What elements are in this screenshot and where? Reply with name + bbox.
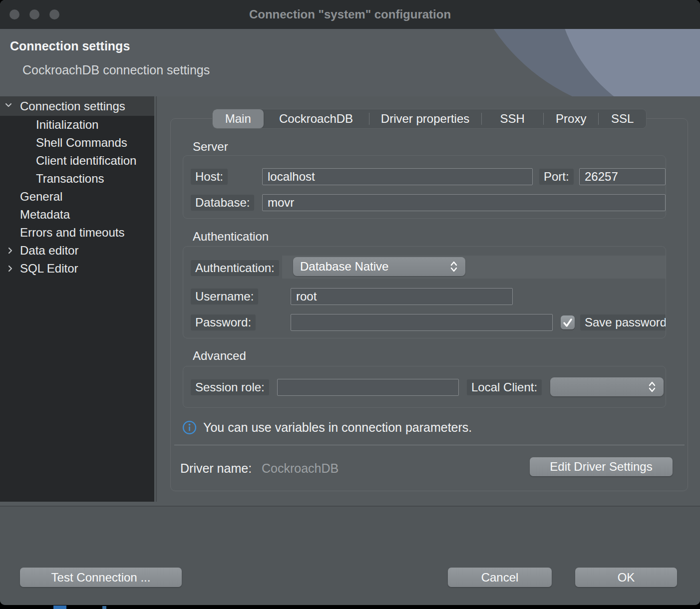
tab-label: Proxy	[556, 112, 586, 126]
connection-config-dialog: Connection "system" configuration Connec…	[0, 0, 700, 605]
tree-item-transactions[interactable]: Transactions	[0, 170, 154, 188]
server-group: Host: Port: Database:	[183, 155, 666, 219]
chevron-down-icon	[4, 101, 13, 110]
username-input[interactable]	[291, 288, 513, 305]
divider	[174, 445, 685, 445]
cancel-button[interactable]: Cancel	[448, 568, 552, 587]
connection-tabs: Main CockroachDB Driver properties SSH P…	[212, 109, 647, 129]
tree-item-connection-settings[interactable]: Connection settings	[0, 96, 154, 116]
info-row: You can use variables in connection para…	[182, 420, 472, 435]
tree-item-label: Connection settings	[0, 99, 125, 113]
main-tab-content: Server Host: Port: Database: Authenticat…	[170, 118, 688, 491]
test-connection-button[interactable]: Test Connection ...	[20, 568, 182, 587]
advanced-group: Session role: Local Client:	[183, 366, 666, 408]
updown-chevrons-icon	[648, 380, 657, 394]
host-label: Host:	[191, 169, 228, 185]
tree-item-shell-commands[interactable]: Shell Commands	[0, 134, 154, 152]
save-password-label: Save password	[580, 314, 666, 330]
main-pane: Main CockroachDB Driver properties SSH P…	[157, 96, 700, 506]
page-subtitle: CockroachDB connection settings	[22, 63, 210, 77]
tab-label: SSH	[500, 112, 525, 126]
database-input[interactable]	[262, 194, 666, 211]
edit-driver-settings-button[interactable]: Edit Driver Settings	[530, 457, 673, 476]
tree-item-initialization[interactable]: Initialization	[0, 116, 154, 134]
tree-item-label: Shell Commands	[0, 136, 127, 150]
driver-name-label: Driver name:	[180, 461, 252, 476]
tree-item-label: General	[0, 190, 62, 204]
tree-item-data-editor[interactable]: Data editor	[0, 242, 154, 260]
info-icon	[182, 420, 197, 435]
authentication-select[interactable]: Database Native	[293, 257, 465, 276]
settings-tree: Connection settings Initialization Shell…	[0, 96, 154, 502]
port-input[interactable]	[579, 168, 666, 185]
port-label: Port:	[539, 169, 574, 185]
dialog-footer: Test Connection ... Cancel OK	[0, 507, 700, 605]
sidebar-sash[interactable]	[156, 96, 157, 502]
page-title: Connection settings	[10, 39, 130, 53]
session-role-input[interactable]	[277, 379, 459, 396]
advanced-section-label: Advanced	[193, 349, 246, 363]
tree-item-client-identification[interactable]: Client identification	[0, 152, 154, 170]
tab-cockroachdb[interactable]: CockroachDB	[264, 109, 369, 128]
tree-item-label: Metadata	[0, 208, 70, 222]
tree-item-sql-editor[interactable]: SQL Editor	[0, 260, 154, 278]
updown-chevrons-icon	[449, 260, 458, 274]
tab-ssl[interactable]: SSL	[599, 109, 646, 128]
username-label: Username:	[191, 289, 258, 304]
tab-driver-properties[interactable]: Driver properties	[369, 109, 481, 128]
password-label: Password:	[191, 314, 256, 330]
tree-item-errors-and-timeouts[interactable]: Errors and timeouts	[0, 224, 154, 242]
tab-ssh[interactable]: SSH	[482, 109, 543, 128]
tab-main[interactable]: Main	[213, 109, 264, 128]
chevron-right-icon	[6, 246, 15, 255]
driver-name-value: CockroachDB	[262, 461, 339, 476]
tab-label: Driver properties	[381, 112, 469, 126]
dialog-header: Connection settings CockroachDB connecti…	[0, 29, 700, 96]
host-input[interactable]	[262, 168, 533, 185]
tree-item-label: Client identification	[0, 154, 136, 168]
authentication-select-value: Database Native	[300, 260, 388, 274]
session-role-label: Session role:	[191, 379, 269, 395]
tab-proxy[interactable]: Proxy	[544, 109, 599, 128]
password-input[interactable]	[291, 314, 553, 331]
tree-item-general[interactable]: General	[0, 188, 154, 206]
tab-label: CockroachDB	[279, 112, 353, 126]
server-section-label: Server	[193, 140, 228, 154]
title-bar: Connection "system" configuration	[0, 0, 700, 29]
authentication-label: Authentication:	[191, 260, 279, 276]
window-title: Connection "system" configuration	[0, 0, 700, 29]
tab-label: SSL	[611, 112, 634, 126]
tree-item-label: Errors and timeouts	[0, 226, 124, 240]
tree-item-label: Transactions	[0, 172, 104, 186]
local-client-label: Local Client:	[467, 379, 542, 395]
chevron-right-icon	[6, 264, 15, 273]
authentication-group: Authentication: Database Native Username…	[183, 246, 666, 338]
local-client-select[interactable]	[550, 377, 664, 396]
ok-button[interactable]: OK	[575, 568, 677, 587]
save-password-checkbox[interactable]	[561, 315, 575, 329]
tab-label: Main	[225, 112, 251, 126]
info-text: You can use variables in connection para…	[203, 420, 472, 435]
dock-icon-sliver	[102, 606, 106, 609]
tree-item-metadata[interactable]: Metadata	[0, 206, 154, 224]
tree-item-label: Initialization	[0, 118, 98, 132]
database-label: Database:	[191, 195, 254, 211]
dock-icon-sliver	[53, 606, 66, 609]
authentication-section-label: Authentication	[193, 230, 269, 244]
